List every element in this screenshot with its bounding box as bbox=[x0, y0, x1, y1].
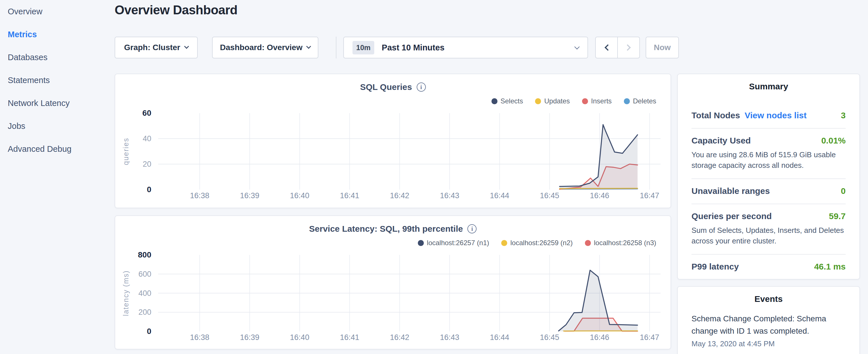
svg-text:queries: queries bbox=[122, 138, 130, 165]
legend-item: localhost:26257 (n1) bbox=[418, 239, 489, 247]
service-latency-chart-card: Service Latency: SQL, 99th percentile i … bbox=[115, 215, 671, 349]
legend-item: Deletes bbox=[624, 97, 656, 105]
page: Overview Metrics Databases Statements Ne… bbox=[0, 0, 868, 354]
time-range-badge: 10m bbox=[352, 41, 374, 55]
sidebar-item-jobs[interactable]: Jobs bbox=[0, 115, 115, 137]
time-range-label: Past 10 Minutes bbox=[382, 43, 444, 53]
sql-queries-chart: 020406016:3816:3916:4016:4116:4216:4316:… bbox=[115, 110, 672, 205]
chevron-right-icon bbox=[624, 44, 631, 51]
summary-description: You are using 28.6 MiB of 515.9 GiB usab… bbox=[691, 150, 846, 171]
svg-text:16:38: 16:38 bbox=[190, 191, 210, 200]
svg-text:16:42: 16:42 bbox=[390, 333, 409, 342]
chevron-left-icon bbox=[604, 44, 611, 51]
legend-dot bbox=[585, 240, 591, 246]
info-icon[interactable]: i bbox=[467, 224, 476, 233]
chevron-down-icon bbox=[306, 44, 311, 49]
svg-text:600: 600 bbox=[138, 270, 151, 279]
legend-item: localhost:26259 (n2) bbox=[501, 239, 572, 247]
graph-dropdown[interactable]: Graph: Cluster bbox=[115, 37, 198, 58]
now-button[interactable]: Now bbox=[646, 37, 679, 58]
summary-value: 59.7 bbox=[829, 212, 846, 221]
event-text: Schema Change Completed: Schema change w… bbox=[691, 313, 829, 337]
time-step-buttons bbox=[595, 37, 640, 58]
main-content: Overview Dashboard Graph: Cluster Dashbo… bbox=[115, 0, 671, 354]
time-back-button[interactable] bbox=[595, 37, 618, 58]
svg-text:16:44: 16:44 bbox=[490, 191, 509, 200]
summary-label: Capacity Used bbox=[691, 136, 751, 146]
svg-text:16:40: 16:40 bbox=[290, 333, 309, 342]
svg-text:16:38: 16:38 bbox=[190, 333, 210, 342]
svg-text:16:43: 16:43 bbox=[440, 191, 459, 200]
dashboard-dropdown-label: Dashboard: Overview bbox=[220, 43, 303, 52]
legend-item: Inserts bbox=[582, 97, 612, 105]
time-range-dropdown[interactable]: 10m Past 10 Minutes bbox=[343, 37, 588, 58]
sidebar-item-network-latency[interactable]: Network Latency bbox=[0, 92, 115, 115]
svg-text:16:40: 16:40 bbox=[290, 191, 309, 200]
svg-text:16:41: 16:41 bbox=[340, 333, 359, 342]
page-title: Overview Dashboard bbox=[115, 3, 238, 17]
svg-text:40: 40 bbox=[143, 134, 151, 143]
svg-text:16:45: 16:45 bbox=[540, 191, 559, 200]
event-item[interactable]: Schema Change Completed: Schema change w… bbox=[691, 313, 846, 348]
event-timestamp: May 13, 2020 at 4:45 PM bbox=[691, 340, 846, 348]
summary-row-p99-latency: P99 latency 46.1 ms bbox=[691, 255, 846, 279]
svg-text:16:45: 16:45 bbox=[540, 333, 559, 342]
svg-text:16:39: 16:39 bbox=[240, 191, 259, 200]
summary-value: 0.01% bbox=[821, 136, 846, 146]
svg-text:200: 200 bbox=[138, 308, 151, 317]
events-panel: Events Schema Change Completed: Schema c… bbox=[677, 286, 860, 354]
dashboard-dropdown[interactable]: Dashboard: Overview bbox=[212, 37, 318, 58]
svg-text:800: 800 bbox=[138, 252, 151, 259]
svg-text:0: 0 bbox=[147, 185, 151, 194]
legend-item: Updates bbox=[535, 97, 570, 105]
legend-dot bbox=[582, 98, 588, 104]
events-title: Events bbox=[691, 294, 846, 304]
svg-text:60: 60 bbox=[143, 110, 151, 118]
svg-text:16:47: 16:47 bbox=[640, 191, 659, 200]
chart-legend: localhost:26257 (n1) localhost:26259 (n2… bbox=[418, 239, 656, 247]
summary-value: 0 bbox=[841, 186, 846, 196]
svg-text:16:41: 16:41 bbox=[340, 191, 359, 200]
legend-dot bbox=[418, 240, 424, 246]
sidebar-item-overview[interactable]: Overview bbox=[0, 0, 115, 23]
svg-text:16:42: 16:42 bbox=[390, 191, 409, 200]
legend-dot bbox=[535, 98, 541, 104]
summary-row-unavailable-ranges: Unavailable ranges 0 bbox=[691, 179, 846, 204]
sidebar-item-metrics[interactable]: Metrics bbox=[0, 23, 115, 46]
svg-text:0: 0 bbox=[147, 327, 151, 336]
sql-queries-chart-card: SQL Queries i Selects Updates Inserts De… bbox=[115, 74, 671, 208]
summary-value: 3 bbox=[841, 110, 846, 120]
sidebar: Overview Metrics Databases Statements Ne… bbox=[0, 0, 115, 354]
summary-value: 46.1 ms bbox=[814, 262, 846, 271]
legend-dot bbox=[501, 240, 507, 246]
summary-description: Sum of Selects, Updates, Inserts, and De… bbox=[691, 225, 846, 246]
sidebar-item-statements[interactable]: Statements bbox=[0, 69, 115, 92]
view-nodes-list-link[interactable]: View nodes list bbox=[744, 110, 806, 120]
svg-text:400: 400 bbox=[138, 289, 151, 297]
legend-item: Selects bbox=[492, 97, 523, 105]
graph-dropdown-label: Graph: Cluster bbox=[124, 43, 180, 52]
summary-row-capacity-used: Capacity Used 0.01% You are using 28.6 M… bbox=[691, 129, 846, 179]
legend-item: localhost:26258 (n3) bbox=[585, 239, 656, 247]
summary-label: Unavailable ranges bbox=[691, 186, 770, 196]
summary-label: P99 latency bbox=[691, 262, 739, 271]
svg-text:16:47: 16:47 bbox=[640, 333, 659, 342]
svg-text:16:43: 16:43 bbox=[440, 333, 459, 342]
chevron-down-icon bbox=[574, 44, 580, 49]
chart-title: SQL Queries bbox=[360, 82, 412, 92]
summary-label: Total Nodes bbox=[691, 110, 740, 120]
info-icon[interactable]: i bbox=[417, 83, 426, 92]
legend-dot bbox=[624, 98, 630, 104]
time-forward-button[interactable] bbox=[618, 37, 640, 58]
sidebar-item-databases[interactable]: Databases bbox=[0, 46, 115, 69]
summary-row-total-nodes: Total Nodes View nodes list 3 bbox=[691, 103, 846, 129]
service-latency-chart: 020040060080016:3816:3916:4016:4116:4216… bbox=[115, 252, 672, 347]
sidebar-item-advanced-debug[interactable]: Advanced Debug bbox=[0, 137, 115, 160]
svg-text:16:44: 16:44 bbox=[490, 333, 509, 342]
chart-title: Service Latency: SQL, 99th percentile bbox=[309, 224, 463, 234]
svg-text:latency (ms): latency (ms) bbox=[122, 270, 130, 316]
chevron-down-icon bbox=[184, 44, 189, 49]
legend-dot bbox=[492, 98, 497, 104]
svg-text:16:46: 16:46 bbox=[590, 191, 609, 200]
summary-panel: Summary Total Nodes View nodes list 3 Ca… bbox=[677, 74, 860, 280]
